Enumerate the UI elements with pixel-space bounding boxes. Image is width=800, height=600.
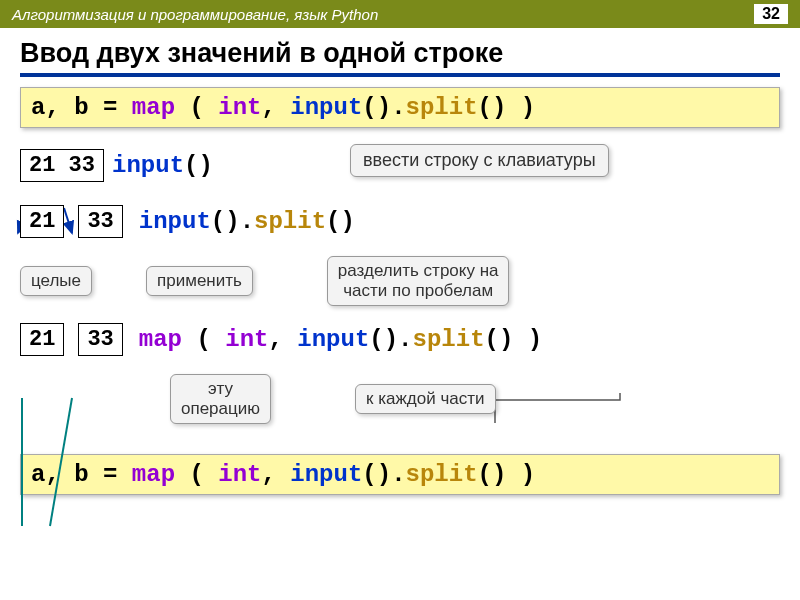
bubble-enter: ввести строку с клавиатуры bbox=[350, 144, 609, 177]
tok-split: split bbox=[406, 94, 478, 121]
tok-map: map bbox=[132, 94, 175, 121]
tok-eq: = bbox=[89, 94, 132, 121]
slide-title: Ввод двух значений в одной строке bbox=[20, 38, 780, 77]
bubble-thisop: эту операцию bbox=[170, 374, 271, 424]
tok-int: int bbox=[218, 94, 261, 121]
valboxes-split: 21 33 bbox=[20, 205, 131, 238]
tok-call2: () bbox=[478, 94, 507, 121]
tok-sp bbox=[175, 94, 189, 121]
valboxes-map: 21 33 bbox=[20, 323, 131, 356]
tok-ab2: a, b bbox=[31, 461, 89, 488]
course-title: Алгоритмизация и программирование, язык … bbox=[12, 6, 378, 23]
row-map: 21 33 map ( int, input().split() ) bbox=[20, 318, 780, 360]
valbox-a1: 21 bbox=[20, 205, 64, 238]
tok-call: () bbox=[362, 94, 391, 121]
tok-rp: ) bbox=[506, 94, 535, 121]
valbox-joined: 21 33 bbox=[20, 149, 104, 182]
header-band: Алгоритмизация и программирование, язык … bbox=[0, 0, 800, 28]
code-map-full: map ( int, input().split() ) bbox=[139, 326, 542, 353]
tok-ab: a, b bbox=[31, 94, 89, 121]
valbox-b2: 33 bbox=[78, 323, 122, 356]
bubble-ints: целые bbox=[20, 266, 92, 296]
row-split: 21 33 input().split() bbox=[20, 200, 780, 242]
code-input-split: input().split() bbox=[139, 208, 355, 235]
tok-lp: ( bbox=[189, 94, 218, 121]
bubble-splitparts: разделить строку на части по пробелам bbox=[327, 256, 510, 306]
code-band-bottom: a, b = map ( int, input().split() ) bbox=[20, 454, 780, 495]
callout-row-2: эту операцию к каждой части bbox=[20, 374, 780, 424]
row-input: 21 33 input() ввести строку с клавиатуры bbox=[20, 144, 780, 186]
bubble-each: к каждой части bbox=[355, 384, 496, 414]
tok-dot: . bbox=[391, 94, 405, 121]
code-input-only: input() bbox=[112, 152, 213, 179]
bubble-apply: применить bbox=[146, 266, 253, 296]
code-band-top: a, b = map ( int, input().split() ) bbox=[20, 87, 780, 128]
tok-comma: , bbox=[261, 94, 290, 121]
valbox-b1: 33 bbox=[78, 205, 122, 238]
tok-input: input bbox=[290, 94, 362, 121]
valbox-a2: 21 bbox=[20, 323, 64, 356]
page-number: 32 bbox=[754, 4, 788, 24]
slide-content: Ввод двух значений в одной строке a, b =… bbox=[0, 28, 800, 495]
callout-row-1: целые применить разделить строку на част… bbox=[20, 256, 780, 306]
